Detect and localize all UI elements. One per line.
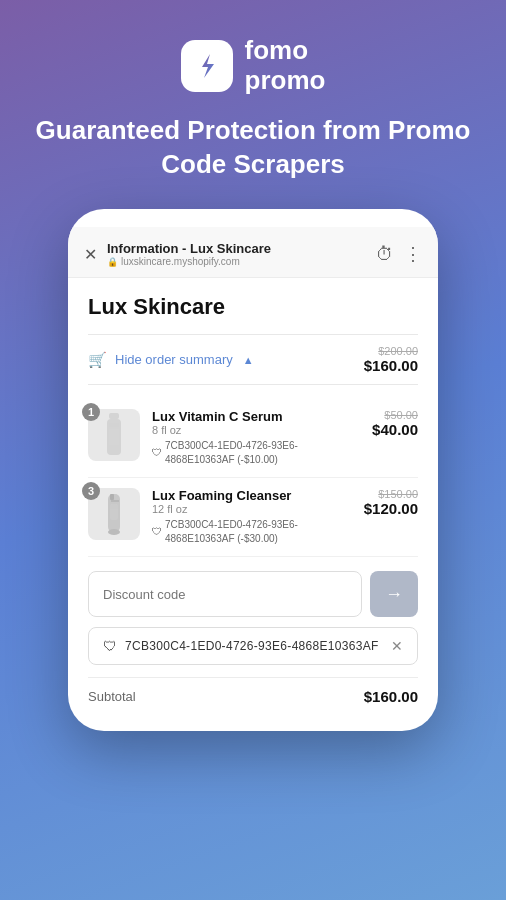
serum-bottle-svg bbox=[100, 411, 128, 459]
logo-text: fomo promo bbox=[245, 36, 326, 96]
summary-price-current: $160.00 bbox=[364, 357, 418, 374]
discount-apply-button[interactable]: → bbox=[370, 571, 418, 617]
product-price: $50.00 $40.00 bbox=[372, 409, 418, 438]
shield-badge-icon: 🛡 bbox=[103, 638, 117, 654]
logo-icon bbox=[181, 40, 233, 92]
svg-rect-1 bbox=[109, 413, 119, 419]
product-info: Lux Vitamin C Serum 8 fl oz 🛡 7CB300C4-1… bbox=[152, 409, 360, 467]
product-variant: 12 fl oz bbox=[152, 503, 352, 515]
timer-icon[interactable]: ⏱ bbox=[376, 244, 394, 265]
product-item: 1 Lux Vitamin C Serum 8 fl oz 🛡 7CB300C4… bbox=[88, 399, 418, 478]
svg-point-9 bbox=[108, 529, 120, 535]
svg-marker-0 bbox=[202, 54, 214, 78]
applied-code-text: 7CB300C4-1ED0-4726-93E6-4868E10363AF bbox=[125, 639, 383, 653]
product-price-current: $40.00 bbox=[372, 421, 418, 438]
svg-rect-4 bbox=[109, 429, 119, 445]
phone-mockup: ✕ Information - Lux Skincare 🔒 luxskinca… bbox=[68, 209, 438, 731]
cart-icon: 🛒 bbox=[88, 351, 107, 369]
order-summary-toggle[interactable]: 🛒 Hide order summary ▲ $200.00 $160.00 bbox=[88, 334, 418, 385]
svg-rect-6 bbox=[110, 494, 114, 500]
product-price-current: $120.00 bbox=[364, 500, 418, 517]
bolt-icon bbox=[192, 51, 222, 81]
product-code: 🛡 7CB300C4-1ED0-4726-93E6-4868E10363AF (… bbox=[152, 518, 352, 546]
product-price-original: $150.00 bbox=[364, 488, 418, 500]
product-info: Lux Foaming Cleanser 12 fl oz 🛡 7CB300C4… bbox=[152, 488, 352, 546]
product-name: Lux Foaming Cleanser bbox=[152, 488, 352, 503]
svg-rect-3 bbox=[109, 423, 119, 427]
shield-icon: 🛡 bbox=[152, 525, 162, 539]
lock-icon: 🔒 bbox=[107, 257, 118, 267]
browser-title-area: Information - Lux Skincare 🔒 luxskincare… bbox=[107, 241, 366, 267]
subtotal-label: Subtotal bbox=[88, 689, 136, 704]
svg-rect-8 bbox=[110, 504, 118, 520]
shield-icon: 🛡 bbox=[152, 446, 162, 460]
remove-code-button[interactable]: ✕ bbox=[391, 638, 403, 654]
applied-code-badge: 🛡 7CB300C4-1ED0-4726-93E6-4868E10363AF ✕ bbox=[88, 627, 418, 665]
logo-area: fomo promo bbox=[181, 36, 326, 96]
browser-url: 🔒 luxskincare.myshopify.com bbox=[107, 256, 366, 267]
store-name: Lux Skincare bbox=[88, 294, 418, 320]
svg-rect-7 bbox=[111, 500, 119, 502]
browser-close-button[interactable]: ✕ bbox=[84, 245, 97, 264]
summary-price-original: $200.00 bbox=[364, 345, 418, 357]
menu-icon[interactable]: ⋮ bbox=[404, 243, 422, 265]
product-price-original: $50.00 bbox=[372, 409, 418, 421]
product-name: Lux Vitamin C Serum bbox=[152, 409, 360, 424]
browser-title: Information - Lux Skincare bbox=[107, 241, 366, 256]
browser-actions: ⏱ ⋮ bbox=[376, 243, 422, 265]
discount-input-row: → bbox=[88, 571, 418, 617]
discount-section: → 🛡 7CB300C4-1ED0-4726-93E6-4868E10363AF… bbox=[88, 557, 418, 715]
order-summary-left: 🛒 Hide order summary ▲ bbox=[88, 351, 254, 369]
tagline: Guaranteed Protection from Promo Code Sc… bbox=[0, 114, 506, 182]
product-variant: 8 fl oz bbox=[152, 424, 360, 436]
browser-bar: ✕ Information - Lux Skincare 🔒 luxskinca… bbox=[68, 227, 438, 278]
page-content: Lux Skincare 🛒 Hide order summary ▲ $200… bbox=[68, 278, 438, 731]
discount-input[interactable] bbox=[88, 571, 362, 617]
product-code: 🛡 7CB300C4-1ED0-4726-93E6-4868E10363AF (… bbox=[152, 439, 360, 467]
chevron-up-icon: ▲ bbox=[243, 354, 254, 366]
product-item: 3 Lux Foaming Cleanser 12 fl oz 🛡 7 bbox=[88, 478, 418, 557]
cleanser-tube-svg bbox=[102, 490, 126, 538]
subtotal-row: Subtotal $160.00 bbox=[88, 677, 418, 715]
product-price: $150.00 $120.00 bbox=[364, 488, 418, 517]
product-image-wrapper: 1 bbox=[88, 409, 140, 461]
order-summary-right: $200.00 $160.00 bbox=[364, 345, 418, 374]
product-image-wrapper: 3 bbox=[88, 488, 140, 540]
arrow-right-icon: → bbox=[385, 584, 403, 605]
subtotal-value: $160.00 bbox=[364, 688, 418, 705]
